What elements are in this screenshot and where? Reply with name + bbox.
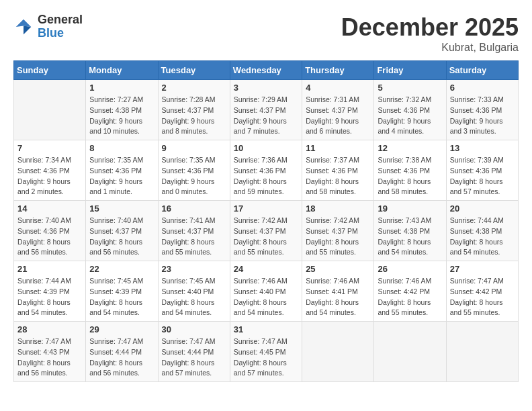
day-number: 29 <box>89 324 154 334</box>
day-info: Sunrise: 7:35 AMSunset: 4:36 PMDaylight:… <box>162 155 226 197</box>
calendar-cell <box>302 322 374 382</box>
calendar-cell: 22Sunrise: 7:45 AMSunset: 4:39 PMDayligh… <box>86 261 158 322</box>
logo: General Blue <box>13 13 83 40</box>
month-title: December 2025 <box>341 13 519 42</box>
logo-icon <box>13 17 34 37</box>
column-header-saturday: Saturday <box>446 61 518 80</box>
day-number: 19 <box>378 203 442 214</box>
calendar-week-row: 14Sunrise: 7:40 AMSunset: 4:36 PMDayligh… <box>14 201 519 261</box>
day-number: 2 <box>162 83 226 93</box>
column-header-monday: Monday <box>86 61 158 80</box>
calendar-cell: 30Sunrise: 7:47 AMSunset: 4:44 PMDayligh… <box>158 322 230 382</box>
calendar-cell: 17Sunrise: 7:42 AMSunset: 4:37 PMDayligh… <box>230 201 302 261</box>
logo-text: General Blue <box>38 13 83 40</box>
day-info: Sunrise: 7:27 AMSunset: 4:38 PMDaylight:… <box>89 95 154 137</box>
column-header-sunday: Sunday <box>14 61 86 80</box>
calendar-cell: 20Sunrise: 7:44 AMSunset: 4:38 PMDayligh… <box>446 201 518 261</box>
calendar-cell: 23Sunrise: 7:45 AMSunset: 4:40 PMDayligh… <box>158 261 230 322</box>
day-info: Sunrise: 7:37 AMSunset: 4:36 PMDaylight:… <box>306 155 370 197</box>
day-number: 30 <box>162 324 226 334</box>
day-info: Sunrise: 7:46 AMSunset: 4:40 PMDaylight:… <box>234 276 298 318</box>
calendar-cell: 4Sunrise: 7:31 AMSunset: 4:37 PMDaylight… <box>302 80 374 140</box>
calendar-cell: 2Sunrise: 7:28 AMSunset: 4:37 PMDaylight… <box>158 80 230 140</box>
column-header-thursday: Thursday <box>302 61 374 80</box>
calendar-cell: 26Sunrise: 7:46 AMSunset: 4:42 PMDayligh… <box>374 261 446 322</box>
logo-general: General <box>38 13 83 26</box>
day-number: 18 <box>306 203 370 214</box>
calendar-week-row: 7Sunrise: 7:34 AMSunset: 4:36 PMDaylight… <box>14 140 519 201</box>
calendar-cell <box>374 322 446 382</box>
calendar-cell <box>446 322 518 382</box>
calendar-header-row: SundayMondayTuesdayWednesdayThursdayFrid… <box>14 61 519 80</box>
calendar-cell: 28Sunrise: 7:47 AMSunset: 4:43 PMDayligh… <box>14 322 86 382</box>
day-number: 28 <box>17 324 82 334</box>
day-number: 21 <box>17 264 82 274</box>
day-number: 27 <box>450 264 515 274</box>
day-number: 11 <box>306 143 370 153</box>
svg-marker-0 <box>16 19 32 27</box>
day-info: Sunrise: 7:47 AMSunset: 4:44 PMDaylight:… <box>162 336 226 379</box>
day-number: 4 <box>306 83 370 93</box>
day-number: 26 <box>378 264 442 274</box>
day-info: Sunrise: 7:29 AMSunset: 4:37 PMDaylight:… <box>234 95 298 137</box>
day-info: Sunrise: 7:46 AMSunset: 4:42 PMDaylight:… <box>378 276 442 318</box>
day-number: 22 <box>89 264 154 274</box>
day-info: Sunrise: 7:36 AMSunset: 4:36 PMDaylight:… <box>234 155 298 197</box>
calendar-cell: 13Sunrise: 7:39 AMSunset: 4:36 PMDayligh… <box>446 140 518 201</box>
day-info: Sunrise: 7:40 AMSunset: 4:37 PMDaylight:… <box>89 216 154 258</box>
day-info: Sunrise: 7:40 AMSunset: 4:36 PMDaylight:… <box>17 216 82 258</box>
day-info: Sunrise: 7:34 AMSunset: 4:36 PMDaylight:… <box>17 155 82 197</box>
logo-blue: Blue <box>38 26 64 40</box>
column-header-friday: Friday <box>374 61 446 80</box>
day-info: Sunrise: 7:47 AMSunset: 4:43 PMDaylight:… <box>17 336 82 379</box>
day-info: Sunrise: 7:42 AMSunset: 4:37 PMDaylight:… <box>234 216 298 258</box>
day-number: 9 <box>162 143 226 153</box>
calendar-cell: 14Sunrise: 7:40 AMSunset: 4:36 PMDayligh… <box>14 201 86 261</box>
day-number: 15 <box>89 203 154 214</box>
calendar-cell <box>14 80 86 140</box>
day-number: 31 <box>234 324 298 334</box>
day-info: Sunrise: 7:31 AMSunset: 4:37 PMDaylight:… <box>306 95 370 137</box>
day-number: 24 <box>234 264 298 274</box>
day-info: Sunrise: 7:47 AMSunset: 4:42 PMDaylight:… <box>450 276 515 318</box>
calendar-cell: 8Sunrise: 7:35 AMSunset: 4:36 PMDaylight… <box>86 140 158 201</box>
calendar-cell: 18Sunrise: 7:42 AMSunset: 4:37 PMDayligh… <box>302 201 374 261</box>
calendar-cell: 25Sunrise: 7:46 AMSunset: 4:41 PMDayligh… <box>302 261 374 322</box>
day-number: 8 <box>89 143 154 153</box>
calendar-cell: 16Sunrise: 7:41 AMSunset: 4:37 PMDayligh… <box>158 201 230 261</box>
day-number: 14 <box>17 203 82 214</box>
day-info: Sunrise: 7:43 AMSunset: 4:38 PMDaylight:… <box>378 216 442 258</box>
page-header: General Blue December 2025 Kubrat, Bulga… <box>13 13 519 54</box>
day-info: Sunrise: 7:28 AMSunset: 4:37 PMDaylight:… <box>162 95 226 137</box>
day-info: Sunrise: 7:44 AMSunset: 4:38 PMDaylight:… <box>450 216 515 258</box>
calendar-cell: 6Sunrise: 7:33 AMSunset: 4:36 PMDaylight… <box>446 80 518 140</box>
day-info: Sunrise: 7:41 AMSunset: 4:37 PMDaylight:… <box>162 216 226 258</box>
calendar-cell: 9Sunrise: 7:35 AMSunset: 4:36 PMDaylight… <box>158 140 230 201</box>
day-info: Sunrise: 7:33 AMSunset: 4:36 PMDaylight:… <box>450 95 515 137</box>
location: Kubrat, Bulgaria <box>341 42 519 54</box>
day-info: Sunrise: 7:47 AMSunset: 4:45 PMDaylight:… <box>234 336 298 379</box>
day-info: Sunrise: 7:32 AMSunset: 4:36 PMDaylight:… <box>378 95 442 137</box>
day-info: Sunrise: 7:45 AMSunset: 4:40 PMDaylight:… <box>162 276 226 318</box>
calendar-cell: 15Sunrise: 7:40 AMSunset: 4:37 PMDayligh… <box>86 201 158 261</box>
calendar-cell: 5Sunrise: 7:32 AMSunset: 4:36 PMDaylight… <box>374 80 446 140</box>
calendar-cell: 19Sunrise: 7:43 AMSunset: 4:38 PMDayligh… <box>374 201 446 261</box>
calendar-cell: 31Sunrise: 7:47 AMSunset: 4:45 PMDayligh… <box>230 322 302 382</box>
day-number: 20 <box>450 203 515 214</box>
day-info: Sunrise: 7:39 AMSunset: 4:36 PMDaylight:… <box>450 155 515 197</box>
calendar-cell: 24Sunrise: 7:46 AMSunset: 4:40 PMDayligh… <box>230 261 302 322</box>
column-header-wednesday: Wednesday <box>230 61 302 80</box>
calendar-week-row: 21Sunrise: 7:44 AMSunset: 4:39 PMDayligh… <box>14 261 519 322</box>
day-number: 16 <box>162 203 226 214</box>
day-info: Sunrise: 7:47 AMSunset: 4:44 PMDaylight:… <box>89 336 154 379</box>
title-area: December 2025 Kubrat, Bulgaria <box>341 13 519 54</box>
day-info: Sunrise: 7:45 AMSunset: 4:39 PMDaylight:… <box>89 276 154 318</box>
day-number: 23 <box>162 264 226 274</box>
day-number: 3 <box>234 83 298 93</box>
calendar-week-row: 28Sunrise: 7:47 AMSunset: 4:43 PMDayligh… <box>14 322 519 382</box>
day-number: 6 <box>450 83 515 93</box>
calendar-week-row: 1Sunrise: 7:27 AMSunset: 4:38 PMDaylight… <box>14 80 519 140</box>
calendar-cell: 10Sunrise: 7:36 AMSunset: 4:36 PMDayligh… <box>230 140 302 201</box>
day-info: Sunrise: 7:35 AMSunset: 4:36 PMDaylight:… <box>89 155 154 197</box>
calendar-cell: 21Sunrise: 7:44 AMSunset: 4:39 PMDayligh… <box>14 261 86 322</box>
